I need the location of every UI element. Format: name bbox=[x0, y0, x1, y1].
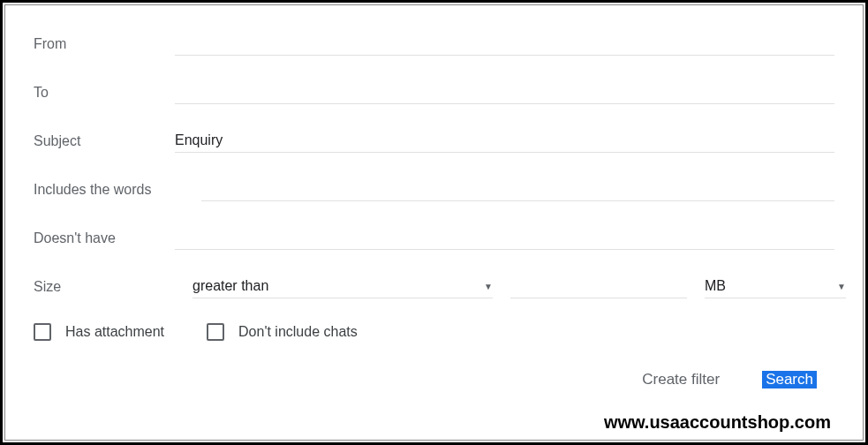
checkbox-row: Has attachment Don't include chats bbox=[34, 323, 834, 341]
has-attachment-label: Has attachment bbox=[65, 324, 164, 340]
subject-row: Subject bbox=[34, 129, 834, 153]
size-operator-dropdown[interactable]: greater than ▼ bbox=[192, 275, 493, 298]
dont-include-chats-checkbox[interactable] bbox=[207, 323, 224, 341]
search-filter-panel: From To Subject Includes the words Doesn… bbox=[4, 4, 864, 441]
to-input[interactable] bbox=[175, 80, 834, 104]
doesnt-have-row: Doesn't have bbox=[34, 226, 834, 250]
actions-row: Create filter Search bbox=[34, 371, 834, 388]
has-attachment-checkbox[interactable] bbox=[34, 323, 51, 341]
from-row: From bbox=[34, 32, 834, 56]
dont-include-chats-item: Don't include chats bbox=[207, 323, 358, 341]
includes-row: Includes the words bbox=[34, 177, 834, 201]
chevron-down-icon: ▼ bbox=[837, 282, 846, 291]
includes-label: Includes the words bbox=[34, 182, 201, 198]
from-input[interactable] bbox=[175, 32, 834, 56]
has-attachment-item: Has attachment bbox=[34, 323, 164, 341]
from-label: From bbox=[34, 36, 175, 52]
search-button[interactable]: Search bbox=[762, 371, 817, 388]
to-row: To bbox=[34, 80, 834, 104]
doesnt-have-label: Doesn't have bbox=[34, 230, 175, 246]
includes-input[interactable] bbox=[201, 177, 834, 201]
size-value-input[interactable] bbox=[510, 275, 687, 298]
subject-label: Subject bbox=[34, 133, 175, 149]
size-unit-dropdown[interactable]: MB ▼ bbox=[705, 275, 846, 298]
window-border: From To Subject Includes the words Doesn… bbox=[0, 0, 868, 445]
size-operator-value: greater than bbox=[192, 278, 268, 294]
doesnt-have-input[interactable] bbox=[175, 226, 834, 250]
create-filter-button[interactable]: Create filter bbox=[642, 371, 720, 388]
watermark-text: www.usaaccountshop.com bbox=[604, 412, 831, 433]
size-unit-value: MB bbox=[705, 278, 726, 294]
size-label: Size bbox=[34, 279, 175, 295]
to-label: To bbox=[34, 85, 175, 101]
subject-input[interactable] bbox=[175, 129, 834, 153]
dont-include-chats-label: Don't include chats bbox=[238, 324, 358, 340]
chevron-down-icon: ▼ bbox=[484, 282, 493, 291]
size-row: Size greater than ▼ MB ▼ bbox=[34, 275, 834, 298]
